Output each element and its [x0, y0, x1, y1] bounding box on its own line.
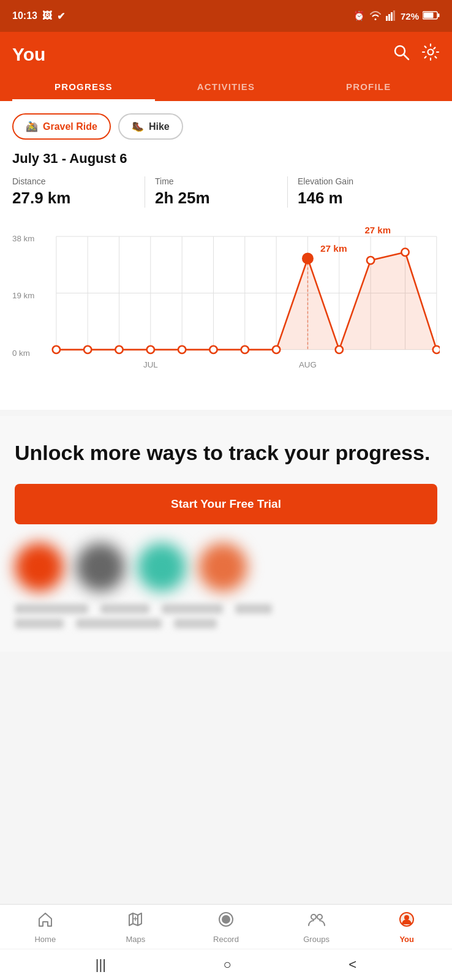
tab-bar: PROGRESS ACTIVITIES PROFILE: [12, 74, 440, 101]
svg-point-33: [147, 346, 154, 353]
svg-rect-0: [386, 16, 388, 21]
settings-icon[interactable]: [421, 43, 440, 66]
svg-point-30: [53, 346, 60, 353]
nav-groups-label: Groups: [303, 935, 330, 944]
search-icon[interactable]: [392, 43, 410, 66]
battery-icon: [423, 10, 440, 22]
stats-row: Distance 27.9 km Time 2h 25m Elevation G…: [12, 176, 440, 208]
nav-items-row: Home Maps Record: [0, 905, 452, 949]
blurred-text-6: [76, 619, 162, 628]
wifi-icon: [369, 10, 382, 23]
blurred-feature-icons: [15, 543, 437, 592]
page-title: You: [12, 44, 45, 65]
blurred-text-row-2: [15, 619, 437, 628]
svg-point-9: [428, 50, 434, 55]
blurred-text-7: [174, 619, 217, 628]
alarm-icon: ⏰: [353, 10, 365, 21]
trial-button[interactable]: Start Your Free Trial: [15, 484, 437, 524]
svg-point-37: [273, 346, 280, 353]
svg-rect-6: [424, 12, 434, 18]
bottom-navigation: Home Maps Record: [0, 904, 452, 980]
tab-progress[interactable]: PROGRESS: [12, 74, 155, 101]
bike-icon: 🚵: [26, 121, 38, 132]
blur-circle-1: [15, 543, 64, 592]
nav-you[interactable]: You: [382, 911, 431, 944]
nav-home[interactable]: Home: [21, 911, 70, 944]
svg-point-41: [367, 257, 374, 264]
svg-point-54: [404, 915, 409, 920]
blurred-text-3: [162, 604, 223, 614]
stat-distance: Distance 27.9 km: [12, 176, 145, 208]
stat-elevation: Elevation Gain 146 m: [298, 176, 430, 208]
svg-point-31: [84, 346, 91, 353]
chart-svg: 38 km 19 km 0 km: [12, 220, 440, 391]
you-icon: [398, 911, 415, 932]
status-left: 10:13 🖼 ✔: [12, 10, 65, 22]
blur-circle-3: [137, 543, 186, 592]
svg-text:0 km: 0 km: [12, 349, 30, 358]
status-bar: 10:13 🖼 ✔ ⏰ 72%: [0, 0, 452, 32]
signal-icon: [386, 10, 397, 23]
recents-button[interactable]: |||: [96, 957, 106, 973]
progress-chart: 27 km 38 km 19 km 0 km: [12, 220, 440, 391]
svg-rect-3: [393, 10, 395, 21]
nav-maps[interactable]: Maps: [111, 911, 160, 944]
nav-home-label: Home: [34, 935, 56, 944]
check-icon: ✔: [57, 10, 65, 22]
tab-profile[interactable]: PROFILE: [297, 74, 440, 101]
nav-you-label: You: [399, 935, 414, 944]
svg-point-32: [115, 346, 122, 353]
app-header: You PROGRESS ACTIVITIES PROFILE: [0, 32, 452, 101]
svg-rect-5: [438, 13, 440, 17]
blurred-text-4: [235, 604, 272, 614]
chart-tooltip: 27 km: [364, 225, 391, 235]
blurred-text-5: [15, 619, 64, 628]
svg-point-36: [241, 346, 249, 353]
svg-text:38 km: 38 km: [12, 234, 34, 243]
maps-icon: [127, 911, 144, 932]
blurred-text-row-1: [15, 604, 437, 614]
svg-text:27 km: 27 km: [320, 243, 347, 254]
svg-point-35: [209, 346, 217, 353]
svg-text:JUL: JUL: [143, 360, 158, 369]
nav-groups[interactable]: Groups: [292, 911, 341, 944]
hike-button[interactable]: 🥾 Hike: [118, 113, 183, 140]
home-button[interactable]: ○: [224, 957, 232, 973]
svg-rect-1: [388, 14, 390, 21]
home-icon: [37, 911, 54, 932]
header-icons: [392, 43, 440, 66]
battery-text: 72%: [401, 11, 419, 21]
activity-filter-row: 🚵 Gravel Ride 🥾 Hike: [12, 113, 440, 140]
svg-point-50: [222, 915, 230, 924]
nav-record-label: Record: [213, 935, 239, 944]
photo-icon: 🖼: [42, 10, 52, 21]
groups-icon: [307, 911, 326, 932]
blur-circle-4: [198, 543, 247, 592]
main-content: 🚵 Gravel Ride 🥾 Hike July 31 - August 6 …: [0, 101, 452, 410]
status-time: 10:13: [12, 10, 37, 21]
svg-rect-2: [391, 12, 393, 21]
gravel-ride-button[interactable]: 🚵 Gravel Ride: [12, 113, 111, 140]
status-right: ⏰ 72%: [353, 10, 440, 23]
hike-icon: 🥾: [132, 121, 144, 132]
date-range: July 31 - August 6: [12, 151, 440, 167]
svg-line-8: [404, 55, 409, 59]
tab-activities[interactable]: ACTIVITIES: [155, 74, 298, 101]
stat-time: Time 2h 25m: [155, 176, 288, 208]
blurred-text-2: [100, 604, 149, 614]
blurred-text-1: [15, 604, 88, 614]
svg-point-52: [317, 914, 322, 919]
svg-text:AUG: AUG: [299, 360, 317, 369]
unlock-title: Unlock more ways to track your progress.: [15, 440, 437, 466]
blur-circle-2: [76, 543, 125, 592]
nav-record[interactable]: Record: [202, 911, 250, 944]
svg-point-40: [336, 346, 343, 353]
svg-point-43: [433, 346, 440, 353]
back-button[interactable]: <: [348, 957, 356, 973]
svg-point-34: [178, 346, 186, 353]
nav-maps-label: Maps: [126, 935, 145, 944]
system-nav-bar: ||| ○ <: [0, 949, 452, 980]
record-icon: [217, 911, 235, 932]
unlock-section: Unlock more ways to track your progress.…: [0, 416, 452, 652]
svg-point-42: [401, 249, 409, 256]
